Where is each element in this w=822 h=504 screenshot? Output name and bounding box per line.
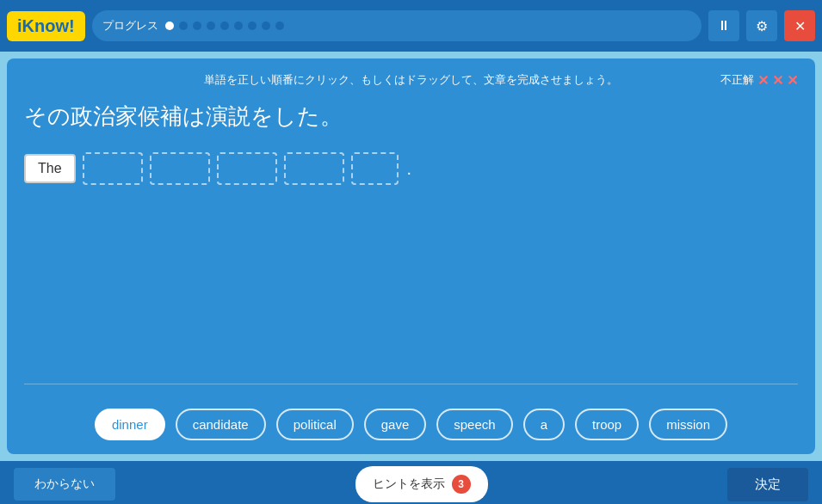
logo[interactable]: iKnow!: [7, 11, 85, 41]
word-chip-a[interactable]: a: [523, 409, 565, 440]
word-chip-political[interactable]: political: [276, 409, 354, 440]
progress-dot-2: [193, 22, 201, 30]
word-box-the[interactable]: The: [24, 154, 76, 183]
word-box-empty-1[interactable]: [83, 152, 143, 185]
close-button[interactable]: ✕: [784, 10, 815, 41]
progress-dot-5: [234, 22, 243, 30]
word-chip-mission[interactable]: mission: [649, 409, 727, 440]
progress-dot-8: [275, 22, 284, 30]
progress-label: プログレス: [102, 18, 158, 34]
word-chip-gave[interactable]: gave: [364, 409, 427, 440]
x-mark-1: ✕: [757, 72, 769, 89]
word-box-empty-2[interactable]: [150, 152, 210, 185]
progress-dot-7: [262, 22, 270, 30]
progress-dot-6: [248, 22, 256, 30]
word-chip-speech[interactable]: speech: [436, 409, 512, 440]
instruction-text: 単語を正しい順番にクリック、もしくはドラッグして、文章を完成させましょう。: [204, 72, 618, 88]
word-chip-troop[interactable]: troop: [575, 409, 639, 440]
hint-count: 3: [452, 475, 471, 494]
footer: わからない ヒントを表示 3 決定: [0, 461, 822, 504]
header: iKnow! プログレス ⏸ ⚙ ✕: [0, 0, 822, 52]
x-mark-3: ✕: [787, 72, 798, 89]
decide-button[interactable]: 決定: [727, 468, 808, 501]
word-box-empty-3[interactable]: [217, 152, 277, 185]
progress-dots: [165, 22, 691, 30]
hint-label: ヒントを表示: [373, 476, 445, 492]
word-chip-dinner[interactable]: dinner: [95, 409, 165, 440]
progress-dot-0: [165, 22, 174, 30]
instruction-row: 単語を正しい順番にクリック、もしくはドラッグして、文章を完成させましょう。 不正…: [24, 72, 798, 88]
divider: [24, 384, 798, 384]
japanese-sentence: その政治家候補は演説をした。: [24, 101, 798, 132]
pause-button[interactable]: ⏸: [708, 10, 739, 41]
x-mark-2: ✕: [772, 72, 783, 89]
progress-dot-3: [207, 22, 215, 30]
progress-dot-1: [179, 22, 188, 30]
word-box-empty-5[interactable]: [351, 152, 399, 185]
main-content: 単語を正しい順番にクリック、もしくはドラッグして、文章を完成させましょう。 不正…: [7, 58, 815, 454]
incorrect-label: 不正解: [720, 72, 754, 88]
skip-button[interactable]: わからない: [14, 468, 115, 501]
progress-bar: プログレス: [92, 10, 701, 41]
incorrect-badge: 不正解 ✕ ✕ ✕: [720, 72, 798, 89]
word-box-empty-4[interactable]: [284, 152, 344, 185]
progress-dot-4: [220, 22, 229, 30]
sentence-builder: The .: [24, 152, 798, 185]
word-chip-candidate[interactable]: candidate: [176, 409, 266, 440]
settings-button[interactable]: ⚙: [746, 10, 777, 41]
period: .: [407, 159, 412, 179]
hint-button[interactable]: ヒントを表示 3: [355, 466, 488, 502]
word-choices: dinnercandidatepoliticalgavespeechatroop…: [24, 409, 798, 440]
